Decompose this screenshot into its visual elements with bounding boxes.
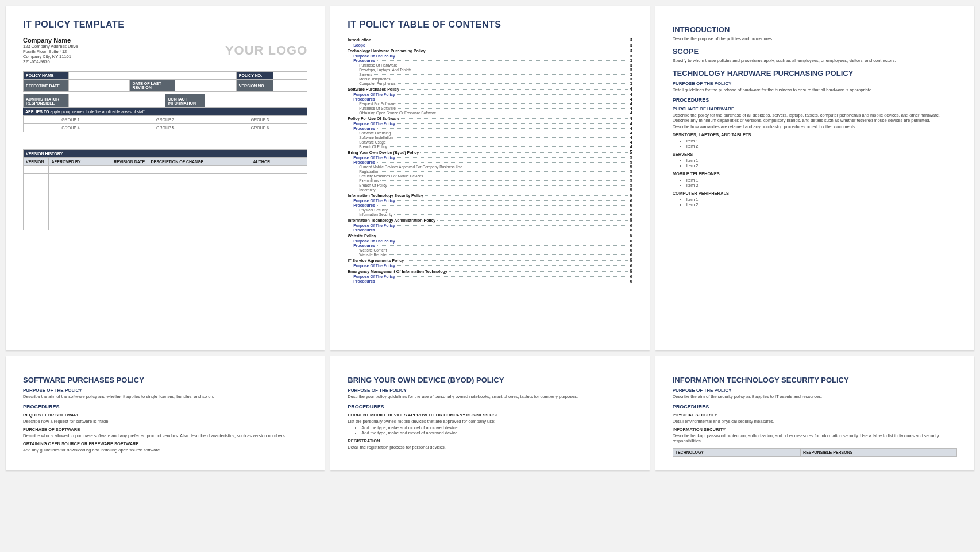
company-name: Company Name (23, 37, 78, 44)
contact-label: CONTACT INFORMATION (165, 94, 205, 108)
list-item: Add the type, make and model of approved… (361, 425, 632, 435)
toc-entry: Purpose Of The Policy4 (353, 122, 632, 126)
toc-entry: Exemptions5 (359, 179, 632, 183)
page-toc: IT POLICY TABLE OF CONTENTS Introduction… (330, 6, 649, 350)
toc-entry: Mobile Telephones3 (359, 77, 632, 81)
effective-date-label: EFFECTIVE DATE (24, 80, 69, 92)
scope-heading: SCOPE (673, 47, 957, 56)
toc-entry: Physical Security6 (359, 208, 632, 212)
toc-entry: Purchase Of Hardware3 (359, 63, 632, 67)
table-row (24, 206, 307, 214)
addr2: Fourth Floor, Suite 412 (23, 49, 78, 54)
version-no-label: VERSION NO. (236, 80, 273, 92)
applies-to-bar: APPLIES TO apply group names to define a… (23, 108, 307, 115)
toc-list: Introduction3Scope3Technology Hardware P… (348, 37, 632, 283)
toc-entry: Website Register6 (359, 253, 632, 257)
doc-title: IT POLICY TEMPLATE (23, 20, 307, 30)
toc-entry: Purchase Of Software4 (359, 106, 632, 110)
version-history-header: VERSION HISTORY (24, 150, 307, 158)
toc-entry: Information Security6 (359, 213, 632, 217)
toc-title: IT POLICY TABLE OF CONTENTS (348, 20, 632, 30)
addr1: 123 Company Address Drive (23, 44, 78, 49)
toc-entry: Purpose Of The Policy6 (353, 264, 632, 268)
toc-entry: Security Measures For Mobile Devices5 (359, 174, 632, 178)
toc-entry: Information Technology Security Policy6 (348, 192, 632, 198)
toc-entry: Desktops, Laptops, And Tablets3 (359, 68, 632, 72)
toc-entry: Introduction3 (348, 37, 632, 43)
toc-entry: Purpose Of The Policy6 (353, 239, 632, 243)
toc-entry: Website Content6 (359, 248, 632, 252)
toc-entry: Technology Hardware Purchasing Policy3 (348, 48, 632, 53)
toc-entry: Servers3 (359, 72, 632, 76)
security-table: TECHNOLOGY RESPONSIBLE PERSONS (673, 448, 957, 457)
toc-entry: Software Usage4 (359, 140, 632, 144)
toc-entry: Procedures3 (353, 59, 632, 63)
table-row (24, 166, 307, 174)
list-item: Item 1Item 2 (686, 158, 957, 168)
policy-name-label: POLICY NAME (24, 72, 69, 80)
page-byod: BRING YOUR OWN DEVICE (BYOD) POLICY PURP… (330, 356, 649, 470)
toc-entry: Policy For Use Of Software4 (348, 115, 632, 121)
table-row (24, 214, 307, 222)
toc-entry: Scope3 (353, 43, 632, 47)
toc-entry: IT Service Agreements Policy6 (348, 257, 632, 263)
toc-entry: Information Technology Administration Po… (348, 217, 632, 223)
toc-entry: Purpose Of The Policy3 (353, 54, 632, 58)
list-item: Item 1Item 2 (686, 138, 957, 149)
page-intro: INTRODUCTION Describe the purpose of the… (655, 6, 974, 350)
thpp-heading: TECHNOLOGY HARDWARE PURCHASING POLICY (673, 69, 957, 78)
toc-entry: Software Purchases Policy4 (348, 86, 632, 92)
toc-entry: Obtaining Open Source Or Freeware Softwa… (359, 111, 632, 115)
toc-entry: Procedures4 (353, 126, 632, 130)
groups-table: GROUP 1 GROUP 2 GROUP 3 GROUP 4 GROUP 5 … (23, 115, 307, 132)
toc-entry: Registration5 (359, 169, 632, 173)
addr3: Company City, NY 11101 (23, 54, 78, 59)
version-history-table: VERSION HISTORY VERSION APPROVED BY REVI… (23, 149, 307, 230)
page-template-cover: IT POLICY TEMPLATE Company Name 123 Comp… (6, 6, 325, 350)
toc-entry: Purpose Of The Policy6 (353, 275, 632, 279)
toc-entry: Request For Software4 (359, 102, 632, 106)
toc-entry: Website Policy6 (348, 233, 632, 238)
page-software: SOFTWARE PURCHASES POLICY PURPOSE OF THE… (6, 356, 325, 470)
toc-entry: Procedures6 (353, 244, 632, 248)
toc-entry: Purpose Of The Policy6 (353, 199, 632, 203)
intro-heading: INTRODUCTION (673, 25, 957, 34)
table-row (24, 190, 307, 198)
date-last-rev-label: DATE OF LAST REVISION (130, 80, 175, 92)
toc-entry: Software Licensing4 (359, 131, 632, 135)
toc-entry: Current Mobile Devices Approved For Comp… (359, 165, 632, 169)
toc-entry: Procedures4 (353, 97, 632, 101)
toc-entry: Procedures6 (353, 228, 632, 232)
toc-entry: Indemnity5 (359, 188, 632, 192)
toc-entry: Procedures6 (353, 279, 632, 283)
admin-table: ADMINISTRATOR RESPONSIBLE CONTACT INFORM… (23, 94, 307, 108)
table-row (24, 222, 307, 230)
table-row (24, 174, 307, 182)
list-item: Item 1Item 2 (686, 177, 957, 188)
page-security: INFORMATION TECHNOLOGY SECURITY POLICY P… (655, 356, 974, 470)
toc-entry: Purpose Of The Policy6 (353, 223, 632, 227)
phone: 321-654-9870 (23, 59, 78, 64)
toc-entry: Bring Your Own Device (Byod) Policy5 (348, 149, 632, 155)
toc-entry: Emergency Management Of Information Tech… (348, 268, 632, 274)
policy-meta-table: POLICY NAME POLICY NO. EFFECTIVE DATE DA… (23, 71, 307, 92)
list-item: Item 1Item 2 (686, 197, 957, 207)
table-row (24, 182, 307, 190)
toc-entry: Software Installation4 (359, 136, 632, 140)
admin-label: ADMINISTRATOR RESPONSIBLE (24, 94, 69, 108)
toc-entry: Procedures5 (353, 160, 632, 164)
table-row (24, 198, 307, 206)
toc-entry: Procedures6 (353, 203, 632, 207)
toc-entry: Breach Of Policy5 (359, 183, 632, 187)
policy-no-label: POLICY NO. (236, 72, 273, 80)
toc-entry: Computer Peripherals3 (359, 82, 632, 86)
toc-entry: Breach Of Policy4 (359, 145, 632, 149)
logo-placeholder: YOUR LOGO (225, 43, 307, 58)
toc-entry: Purpose Of The Policy4 (353, 92, 632, 96)
toc-entry: Purpose Of The Policy5 (353, 156, 632, 160)
